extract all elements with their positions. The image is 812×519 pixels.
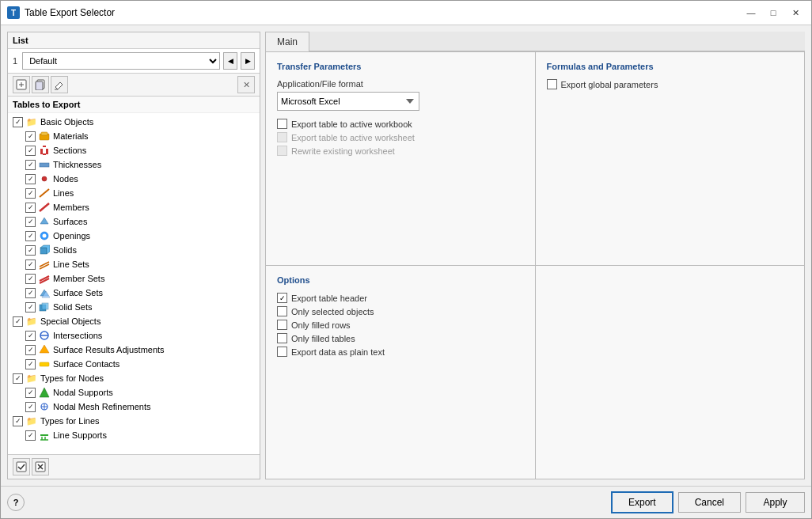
checkbox-basic-objects[interactable] <box>13 117 23 127</box>
tree-group-types-lines[interactable]: 📁 Types for Lines <box>8 414 260 428</box>
left-bottom-toolbar <box>8 454 260 479</box>
formulas-params-panel: Formulas and Parameters Export global pa… <box>536 52 805 265</box>
checkbox-only-filled-rows[interactable] <box>277 320 287 330</box>
checkbox-types-nodes[interactable] <box>13 373 23 384</box>
maximize-button[interactable]: □ <box>764 6 783 20</box>
tree-item-openings[interactable]: Openings <box>8 229 260 243</box>
title-bar: T Table Export Selector — □ ✕ <box>1 1 811 25</box>
checkbox-special-objects[interactable] <box>13 316 23 327</box>
tree-group-special-objects[interactable]: 📁 Special Objects <box>8 314 260 328</box>
checkbox-members[interactable] <box>25 203 36 213</box>
tree-item-members[interactable]: Members <box>8 200 260 214</box>
icon-solid-sets <box>38 301 51 313</box>
check-all-button[interactable] <box>13 458 30 475</box>
tree-item-member-sets[interactable]: Member Sets <box>8 271 260 286</box>
tree-item-surface-contacts[interactable]: Surface Contacts <box>8 357 260 371</box>
checkbox-types-lines[interactable] <box>13 416 23 426</box>
checkbox-surface-contacts[interactable] <box>25 359 36 369</box>
svg-rect-11 <box>46 149 48 154</box>
checkbox-export-global-params[interactable] <box>547 79 557 89</box>
apply-button[interactable]: Apply <box>746 492 805 513</box>
tree-container[interactable]: 📁 Basic Objects Materials <box>8 113 260 454</box>
new-list-button[interactable] <box>13 76 30 93</box>
uncheck-all-button[interactable] <box>32 458 49 475</box>
icon-lines <box>38 187 51 199</box>
list-toolbar: ✕ <box>8 74 260 97</box>
checkbox-member-sets[interactable] <box>25 274 36 284</box>
checkbox-only-selected[interactable] <box>277 306 287 316</box>
rename-list-button[interactable] <box>51 76 68 93</box>
svg-marker-33 <box>40 388 49 397</box>
tree-item-materials[interactable]: Materials <box>8 129 260 143</box>
icon-line-sets <box>38 258 51 271</box>
checkbox-nodes[interactable] <box>25 174 36 184</box>
tree-item-intersections[interactable]: Intersections <box>8 328 260 343</box>
icon-nodal-supports <box>38 386 51 399</box>
checkbox-intersections[interactable] <box>25 331 36 341</box>
list-prev-button[interactable]: ◀ <box>223 52 237 70</box>
tree-item-line-supports[interactable]: Line Supports <box>8 428 260 442</box>
tree-item-nodal-mesh[interactable]: Nodal Mesh Refinements <box>8 400 260 414</box>
tree-group-basic-objects[interactable]: 📁 Basic Objects <box>8 115 260 129</box>
list-selector: 1 Default ◀ ▶ <box>8 49 260 74</box>
minimize-button[interactable]: — <box>742 6 761 20</box>
checkbox-export-workbook[interactable] <box>277 119 287 129</box>
formulas-params-title: Formulas and Parameters <box>547 62 794 71</box>
checkbox-surface-results-adj[interactable] <box>25 345 36 355</box>
tree-item-solids[interactable]: Solids <box>8 243 260 257</box>
main-panels: Transfer Parameters Application/File for… <box>265 51 805 479</box>
checkbox-row-rewrite-worksheet: Rewrite existing worksheet <box>277 146 524 156</box>
tree-group-types-nodes[interactable]: 📁 Types for Nodes <box>8 371 260 385</box>
transfer-params-title: Transfer Parameters <box>277 62 524 71</box>
options-title: Options <box>277 275 524 285</box>
tree-item-nodes[interactable]: Nodes <box>8 172 260 186</box>
checkbox-materials[interactable] <box>25 131 36 142</box>
checkbox-surfaces[interactable] <box>25 217 36 227</box>
tree-item-solid-sets[interactable]: Solid Sets <box>8 300 260 314</box>
close-button[interactable]: ✕ <box>786 6 805 20</box>
checkbox-lines[interactable] <box>25 188 36 199</box>
copy-list-button[interactable] <box>32 76 49 93</box>
checkbox-only-filled-tables[interactable] <box>277 333 287 343</box>
svg-rect-8 <box>40 149 43 154</box>
main-content: List 1 Default ◀ ▶ <box>1 25 811 486</box>
checkbox-surface-sets[interactable] <box>25 288 36 298</box>
checkbox-rewrite-worksheet[interactable] <box>277 146 287 156</box>
export-button[interactable]: Export <box>611 491 674 513</box>
checkbox-solids[interactable] <box>25 245 36 256</box>
checkbox-openings[interactable] <box>25 231 36 241</box>
icon-nodal-mesh <box>38 400 51 413</box>
tree-item-surfaces[interactable]: Surfaces <box>8 214 260 229</box>
tree-item-sections[interactable]: Sections <box>8 143 260 157</box>
close-panel-button[interactable]: ✕ <box>237 76 255 93</box>
tree-item-nodal-supports[interactable]: Nodal Supports <box>8 385 260 400</box>
cancel-button[interactable]: Cancel <box>678 492 741 513</box>
tab-main[interactable]: Main <box>265 32 309 51</box>
tree-item-thicknesses[interactable]: Thicknesses <box>8 157 260 172</box>
checkbox-export-plain-text[interactable] <box>277 347 287 357</box>
checkbox-solid-sets[interactable] <box>25 302 36 313</box>
label-export-plain-text: Export data as plain text <box>291 347 385 357</box>
icon-thicknesses <box>38 158 51 171</box>
checkbox-export-worksheet[interactable] <box>277 132 287 142</box>
tree-item-surface-results-adj[interactable]: Surface Results Adjustments <box>8 343 260 357</box>
checkbox-sections[interactable] <box>25 146 36 156</box>
checkbox-line-supports[interactable] <box>25 430 36 441</box>
checkbox-line-sets[interactable] <box>25 260 36 270</box>
app-format-group: Application/File format Microsoft Excel … <box>277 79 524 111</box>
checkbox-nodal-supports[interactable] <box>25 388 36 398</box>
list-next-button[interactable]: ▶ <box>241 52 255 70</box>
window-controls: — □ ✕ <box>742 6 805 20</box>
tree-item-lines[interactable]: Lines <box>8 186 260 200</box>
list-dropdown[interactable]: Default <box>22 52 220 70</box>
help-button[interactable]: ? <box>7 494 25 511</box>
checkbox-row-export-plain-text: Export data as plain text <box>277 347 524 357</box>
tree-item-surface-sets[interactable]: Surface Sets <box>8 286 260 300</box>
icon-sections <box>38 144 51 157</box>
app-format-dropdown[interactable]: Microsoft Excel CSV Text <box>277 92 419 111</box>
checkbox-export-header[interactable] <box>277 293 287 303</box>
icon-surfaces <box>38 215 51 228</box>
checkbox-thicknesses[interactable] <box>25 160 36 170</box>
tree-item-line-sets[interactable]: Line Sets <box>8 257 260 271</box>
checkbox-nodal-mesh[interactable] <box>25 402 36 412</box>
